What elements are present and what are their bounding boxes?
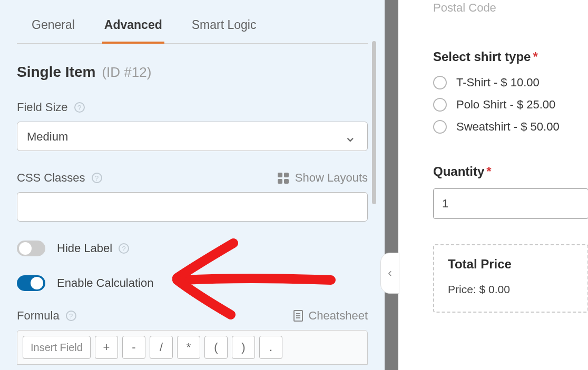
- quantity-label: Quantity*: [433, 164, 588, 179]
- radio-option[interactable]: Sweatshirt - $ 50.00: [433, 120, 588, 134]
- rparen-button[interactable]: ): [232, 336, 255, 359]
- radio-label: Polo Shirt - $ 25.00: [456, 98, 555, 112]
- tab-smart-logic[interactable]: Smart Logic: [190, 11, 259, 43]
- hide-label-toggle[interactable]: [17, 241, 45, 256]
- tab-advanced[interactable]: Advanced: [102, 11, 164, 44]
- tab-general[interactable]: General: [30, 11, 77, 43]
- enable-calculation-text: Enable Calculation: [57, 276, 153, 290]
- radio-label: T-Shirt - $ 10.00: [456, 76, 540, 89]
- field-size-select[interactable]: Medium: [17, 122, 368, 151]
- radio-option[interactable]: T-Shirt - $ 10.00: [433, 76, 588, 89]
- hide-label-text: Hide Label: [57, 242, 112, 255]
- show-layouts-label: Show Layouts: [295, 171, 368, 185]
- chevron-left-icon: ‹: [388, 266, 391, 280]
- scrollbar[interactable]: [372, 41, 376, 204]
- multiply-button[interactable]: *: [177, 336, 200, 359]
- formula-toolbar: Insert Field + - / * ( ) .: [17, 330, 368, 365]
- collapse-panel-handle[interactable]: ‹: [380, 253, 399, 294]
- panel-divider: [385, 0, 398, 370]
- css-classes-label: CSS Classes: [17, 171, 85, 185]
- radio-icon: [433, 76, 447, 89]
- section-title-row: Single Item (ID #12): [17, 64, 368, 81]
- formula-label: Formula: [17, 309, 60, 323]
- insert-field-button[interactable]: Insert Field: [23, 336, 91, 359]
- postal-code-label: Postal Code: [433, 1, 588, 15]
- radio-option[interactable]: Polo Shirt - $ 25.00: [433, 98, 588, 112]
- help-icon[interactable]: ?: [66, 311, 76, 321]
- shirt-type-label: Select shirt type*: [433, 49, 588, 64]
- minus-button[interactable]: -: [122, 336, 145, 359]
- radio-icon: [433, 120, 447, 134]
- radio-label: Sweatshirt - $ 50.00: [456, 120, 560, 134]
- total-price-title: Total Price: [448, 257, 574, 272]
- lparen-button[interactable]: (: [204, 336, 228, 359]
- help-icon[interactable]: ?: [74, 102, 85, 113]
- document-icon: [293, 310, 303, 322]
- section-id: (ID #12): [102, 64, 151, 81]
- help-icon[interactable]: ?: [92, 173, 102, 183]
- plus-button[interactable]: +: [95, 336, 118, 359]
- show-layouts-link[interactable]: Show Layouts: [278, 171, 368, 185]
- total-price-value: Price: $ 0.00: [448, 283, 574, 296]
- section-title: Single Item: [17, 64, 95, 81]
- dot-button[interactable]: .: [259, 336, 282, 359]
- divide-button[interactable]: /: [150, 336, 173, 359]
- quantity-input[interactable]: [433, 188, 588, 219]
- total-price-box: Total Price Price: $ 0.00: [433, 244, 588, 313]
- enable-calculation-toggle[interactable]: [17, 275, 45, 291]
- grid-icon: [278, 173, 289, 184]
- cheatsheet-label: Cheatsheet: [308, 309, 368, 323]
- settings-tabs: General Advanced Smart Logic: [17, 0, 368, 44]
- radio-icon: [433, 98, 447, 112]
- cheatsheet-link[interactable]: Cheatsheet: [293, 309, 368, 323]
- help-icon[interactable]: ?: [119, 243, 129, 254]
- css-classes-input[interactable]: [17, 192, 368, 222]
- field-size-label: Field Size: [17, 101, 68, 114]
